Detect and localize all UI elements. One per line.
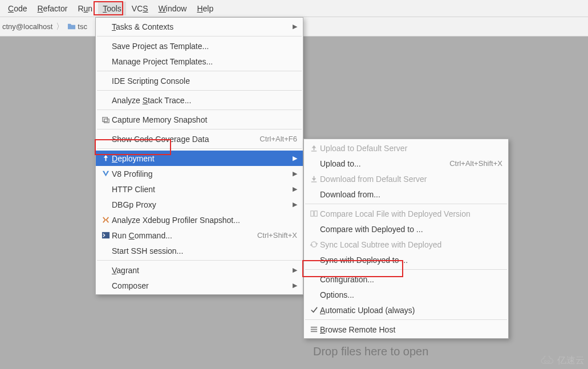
svg-rect-9 <box>310 331 317 332</box>
menu-item-ide-scripting[interactable]: IDE Scripting Console <box>96 73 303 88</box>
list-icon <box>307 325 320 335</box>
breadcrumb-chevron-icon: 〉 <box>56 22 64 32</box>
menu-bar: Code Refactor Run Tools VCS Window Help <box>0 0 588 17</box>
download-icon <box>307 174 320 184</box>
menu-item-download-from[interactable]: Download from... <box>304 186 508 202</box>
svg-point-11 <box>548 360 550 362</box>
menu-refactor[interactable]: Refactor <box>33 2 72 15</box>
menu-item-ssh[interactable]: Start SSH session... <box>96 243 303 258</box>
compare-icon <box>307 209 320 219</box>
v8-icon <box>99 169 112 179</box>
menu-item-http-client[interactable]: HTTP Client ▶ <box>96 181 303 197</box>
menu-item-compare-local: Compare Local File with Deployed Version <box>304 206 508 221</box>
blank-icon <box>99 22 112 32</box>
menu-item-save-template[interactable]: Save Project as Template... <box>96 38 303 54</box>
blank-icon <box>99 56 112 67</box>
menu-item-upload-to[interactable]: Upload to... Ctrl+Alt+Shift+X <box>304 156 508 171</box>
menu-run[interactable]: Run <box>73 2 97 15</box>
shortcut-text: Ctrl+Shift+X <box>257 231 297 240</box>
blank-icon <box>99 246 112 256</box>
menu-separator <box>97 148 302 149</box>
watermark-text: 亿速云 <box>557 355 585 367</box>
svg-rect-0 <box>102 117 107 122</box>
shortcut-text: Ctrl+Alt+F6 <box>259 135 297 143</box>
blank-icon <box>99 200 112 210</box>
menu-item-compare-with[interactable]: Compare with Deployed to ... <box>304 221 508 237</box>
breadcrumb-item-2[interactable]: tsc <box>67 22 87 31</box>
svg-rect-6 <box>314 211 317 216</box>
svg-rect-7 <box>310 327 317 328</box>
blank-icon <box>307 290 320 300</box>
menu-item-analyze-xdebug[interactable]: Analyze Xdebug Profiler Snapshot... <box>96 212 303 228</box>
menu-vcs[interactable]: VCS <box>127 2 153 15</box>
menu-tools[interactable]: Tools <box>98 2 126 15</box>
menu-item-configuration[interactable]: Configuration... <box>304 271 508 287</box>
sync-icon <box>307 240 320 250</box>
blank-icon <box>307 189 320 200</box>
folder-icon <box>67 22 76 31</box>
svg-point-10 <box>544 360 546 362</box>
svg-rect-1 <box>104 119 108 123</box>
blank-icon <box>99 76 112 86</box>
blank-icon <box>99 265 112 275</box>
menu-item-tasks-contexts[interactable]: Tasks & Contexts ▶ <box>96 19 303 34</box>
blank-icon <box>307 159 320 169</box>
deployment-icon <box>99 153 112 164</box>
menu-item-analyze-stack[interactable]: Analyze Stack Trace... <box>96 92 303 108</box>
blank-icon <box>307 255 320 265</box>
chevron-right-icon: ▶ <box>291 23 297 30</box>
tools-menu-panel: Tasks & Contexts ▶ Save Project as Templ… <box>95 17 303 295</box>
shortcut-text: Ctrl+Alt+Shift+X <box>449 159 502 168</box>
menu-separator <box>97 129 302 129</box>
blank-icon <box>99 41 112 51</box>
menu-item-v8-profiling[interactable]: V8 Profiling ▶ <box>96 166 303 181</box>
chevron-right-icon: ▶ <box>291 170 297 177</box>
blank-icon <box>99 134 112 144</box>
menu-item-capture-snapshot[interactable]: Capture Memory Snapshot <box>96 112 303 127</box>
menu-help[interactable]: Help <box>192 2 218 15</box>
svg-rect-8 <box>310 329 317 330</box>
menu-separator <box>97 36 302 37</box>
xdebug-icon <box>99 215 112 225</box>
svg-rect-5 <box>310 211 313 216</box>
chevron-right-icon: ▶ <box>291 201 297 208</box>
menu-item-options[interactable]: Options... <box>304 287 508 302</box>
memory-icon <box>99 115 112 125</box>
menu-item-upload-default: Upload to Default Server <box>304 140 508 156</box>
menu-separator <box>97 71 302 71</box>
menu-item-run-command[interactable]: Run Command... Ctrl+Shift+X <box>96 228 303 243</box>
menu-item-manage-templates[interactable]: Manage Project Templates... <box>96 54 303 69</box>
menu-separator <box>305 269 507 270</box>
chevron-right-icon: ▶ <box>291 282 297 289</box>
menu-item-auto-upload[interactable]: Automatic Upload (always) <box>304 302 508 318</box>
menu-item-download-default: Download from Default Server <box>304 171 508 186</box>
chevron-right-icon: ▶ <box>291 185 297 193</box>
menu-item-browse-remote[interactable]: Browse Remote Host <box>304 322 508 337</box>
terminal-icon <box>99 230 112 241</box>
menu-window[interactable]: Window <box>154 2 192 15</box>
chevron-right-icon: ▶ <box>291 155 297 162</box>
cloud-icon <box>539 356 555 366</box>
menu-code[interactable]: Code <box>3 2 31 15</box>
blank-icon <box>99 95 112 106</box>
bg-drop-hint: Drop files here to open <box>313 345 428 358</box>
deployment-submenu-panel: Upload to Default Server Upload to... Ct… <box>303 139 509 339</box>
chevron-right-icon: ▶ <box>291 266 297 274</box>
menu-item-show-coverage[interactable]: Show Code Coverage Data Ctrl+Alt+F6 <box>96 131 303 147</box>
svg-rect-2 <box>102 232 109 238</box>
breadcrumb-text-2: tsc <box>78 22 87 31</box>
watermark: 亿速云 <box>539 355 585 367</box>
menu-item-sync-with[interactable]: Sync with Deployed to ... <box>304 252 508 267</box>
check-icon <box>307 305 320 315</box>
menu-item-deployment[interactable]: Deployment ▶ <box>96 151 303 166</box>
blank-icon <box>99 184 112 194</box>
menu-item-composer[interactable]: Composer ▶ <box>96 278 303 293</box>
menu-separator <box>97 260 302 261</box>
menu-item-vagrant[interactable]: Vagrant ▶ <box>96 262 303 278</box>
menu-item-dbgp-proxy[interactable]: DBGp Proxy ▶ <box>96 197 303 212</box>
breadcrumb-item-1[interactable]: ctny@localhost <box>2 22 52 31</box>
blank-icon <box>307 274 320 285</box>
menu-separator <box>305 319 507 320</box>
menu-separator <box>97 110 302 110</box>
upload-icon <box>307 143 320 153</box>
